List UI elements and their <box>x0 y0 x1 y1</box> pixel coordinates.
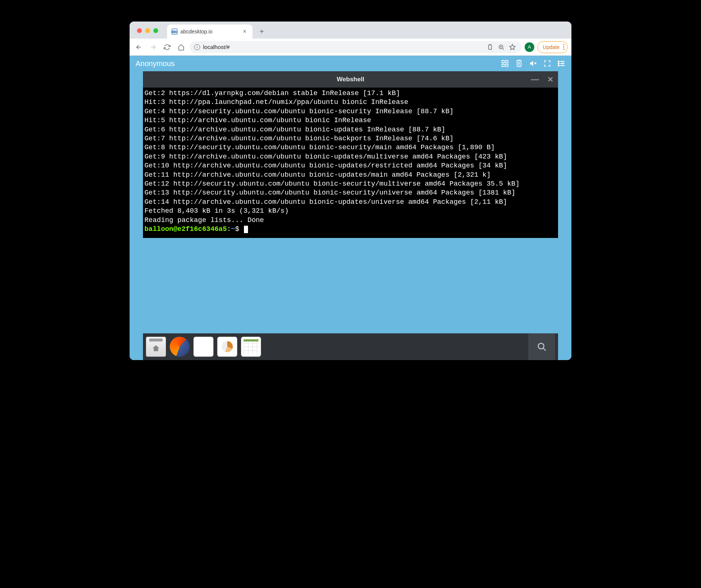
update-button[interactable]: Update <box>537 41 568 53</box>
browser-toolbar: i localhost/# A Update <box>130 39 571 56</box>
terminal-window: Webshell — ✕ Get:2 https://dl.yarnpkg.co… <box>143 71 558 238</box>
back-button[interactable] <box>133 42 144 53</box>
site-info-icon[interactable]: i <box>194 44 200 50</box>
terminal-titlebar[interactable]: Webshell — ✕ <box>143 71 558 88</box>
apps-grid-icon[interactable] <box>501 59 509 68</box>
dock <box>143 333 558 360</box>
svg-rect-0 <box>489 45 492 49</box>
forward-button[interactable] <box>147 42 159 53</box>
url-text: localhost/# <box>203 44 230 50</box>
tab-favicon: abc <box>172 29 177 35</box>
svg-point-10 <box>538 343 544 349</box>
profile-avatar[interactable]: A <box>525 42 534 52</box>
menu-dots-icon <box>563 44 564 50</box>
user-label: Anonymous <box>136 59 175 68</box>
browser-window: abc abcdesktop.io × + i localhost/# <box>130 22 571 360</box>
clipboard-topbar-icon[interactable] <box>515 59 523 68</box>
zoom-icon[interactable] <box>498 44 505 50</box>
desktop-topbar: Anonymous <box>130 56 571 71</box>
menu-list-icon[interactable] <box>557 59 565 68</box>
tab-title: abcdesktop.io <box>180 29 238 35</box>
clipboard-icon[interactable] <box>487 44 493 50</box>
toolbar-right: A Update <box>525 41 568 53</box>
volume-mute-icon[interactable] <box>529 59 537 68</box>
svg-rect-4 <box>502 64 504 66</box>
terminal-output[interactable]: Get:2 https://dl.yarnpkg.com/debian stab… <box>143 88 558 238</box>
tab-close-button[interactable]: × <box>241 28 248 35</box>
address-bar[interactable]: i localhost/# <box>190 41 522 53</box>
dock-calc-icon[interactable] <box>241 337 261 357</box>
dock-impress-icon[interactable] <box>217 337 237 357</box>
dock-files-icon[interactable] <box>146 337 166 357</box>
window-controls <box>135 28 163 39</box>
dock-writer-icon[interactable] <box>193 337 213 357</box>
update-label: Update <box>543 44 560 50</box>
fullscreen-icon[interactable] <box>543 59 551 68</box>
terminal-minimize-button[interactable]: — <box>531 75 539 84</box>
terminal-title: Webshell <box>337 76 364 83</box>
topbar-icons <box>501 59 565 68</box>
dock-firefox-icon[interactable] <box>170 337 190 357</box>
bookmark-star-icon[interactable] <box>509 44 516 50</box>
new-tab-button[interactable]: + <box>256 26 267 37</box>
svg-rect-2 <box>502 61 504 63</box>
close-window-button[interactable] <box>137 28 142 33</box>
tab-strip: abc abcdesktop.io × + <box>130 22 571 39</box>
svg-rect-3 <box>506 61 508 63</box>
dock-search-button[interactable] <box>528 333 555 360</box>
terminal-close-button[interactable]: ✕ <box>547 76 554 83</box>
svg-point-7 <box>558 61 559 62</box>
svg-rect-5 <box>506 64 508 66</box>
page-content: Anonymous Webshell — ✕ Get:2 https://dl.… <box>130 56 571 360</box>
svg-point-9 <box>558 65 559 66</box>
svg-point-8 <box>558 63 559 64</box>
browser-tab[interactable]: abc abcdesktop.io × <box>167 24 252 39</box>
maximize-window-button[interactable] <box>153 28 158 33</box>
reload-button[interactable] <box>162 42 173 53</box>
home-button[interactable] <box>176 42 187 53</box>
minimize-window-button[interactable] <box>145 28 150 33</box>
